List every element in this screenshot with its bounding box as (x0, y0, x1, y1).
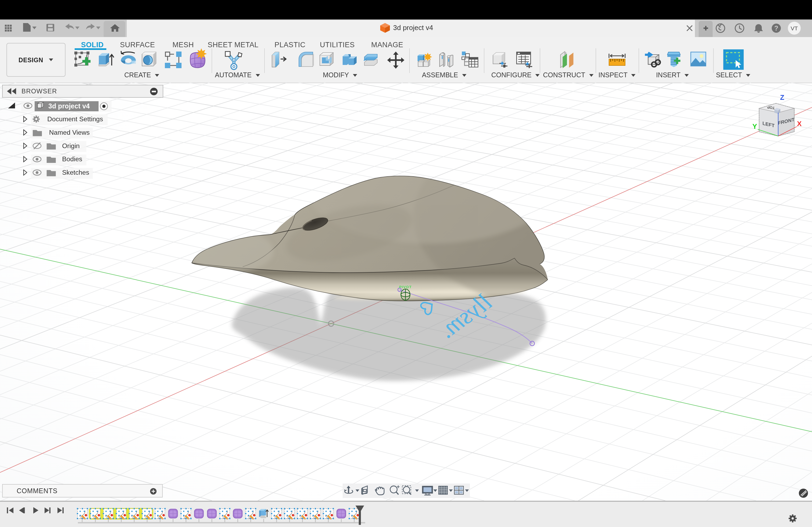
svg-text:X: X (797, 120, 802, 128)
svg-text:Bodies: Bodies (62, 155, 82, 163)
svg-text:TOP: TOP (767, 105, 775, 110)
svg-text:Y: Y (752, 122, 757, 131)
svg-text:Document Settings: Document Settings (47, 115, 103, 123)
svg-text:PIVOT: PIVOT (399, 285, 412, 289)
svg-text:?: ? (774, 25, 778, 32)
svg-text:Sketches: Sketches (62, 169, 89, 176)
svg-text:3d project v4: 3d project v4 (48, 102, 90, 110)
svg-text:Named Views: Named Views (49, 129, 90, 136)
svg-text:Z: Z (780, 94, 784, 102)
svg-text:Origin: Origin (62, 142, 80, 149)
svg-text:VT: VT (791, 25, 798, 31)
